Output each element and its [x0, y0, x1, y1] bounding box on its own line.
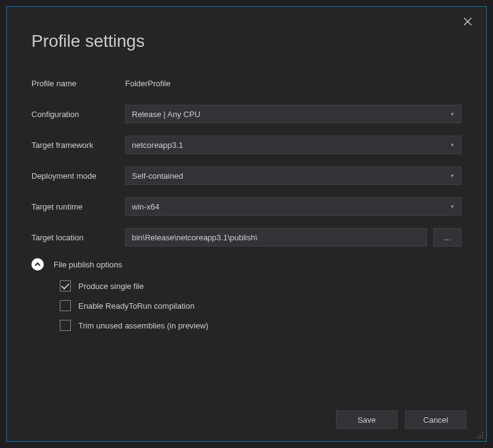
deployment-mode-label: Deployment mode	[31, 171, 125, 181]
target-runtime-select[interactable]: win-x64 ▼	[125, 197, 462, 216]
target-framework-value: netcoreapp3.1	[132, 141, 183, 150]
svg-point-7	[482, 437, 483, 438]
target-location-row: Target location ...	[31, 227, 462, 247]
target-location-label: Target location	[31, 233, 125, 242]
svg-point-4	[482, 434, 483, 436]
deployment-mode-row: Deployment mode Self-contained ▼	[31, 166, 462, 185]
trim-unused-label: Trim unused assemblies (in preview)	[78, 321, 208, 330]
target-runtime-value: win-x64	[132, 202, 160, 211]
checkbox-icon	[60, 280, 71, 291]
trim-unused-checkbox[interactable]: Trim unused assemblies (in preview)	[60, 320, 462, 331]
profile-settings-dialog: Profile settings Profile name FolderProf…	[6, 6, 487, 442]
dialog-title: Profile settings	[31, 31, 462, 51]
chevron-down-icon: ▼	[450, 173, 455, 178]
configuration-select[interactable]: Release | Any CPU ▼	[125, 105, 462, 123]
svg-point-6	[479, 437, 481, 438]
svg-point-2	[482, 432, 483, 433]
target-framework-label: Target framework	[31, 141, 125, 150]
file-publish-options-expander[interactable]: File publish options	[31, 258, 462, 271]
browse-button[interactable]: ...	[433, 228, 462, 246]
cancel-button[interactable]: Cancel	[405, 410, 467, 429]
checkbox-icon	[60, 320, 71, 331]
enable-readytorun-checkbox[interactable]: Enable ReadyToRun compilation	[60, 300, 462, 311]
chevron-down-icon: ▼	[450, 142, 455, 147]
produce-single-file-label: Produce single file	[78, 282, 144, 291]
profile-name-row: Profile name FolderProfile	[31, 73, 462, 93]
profile-name-value: FolderProfile	[125, 79, 171, 88]
file-publish-options-group: Produce single file Enable ReadyToRun co…	[31, 280, 462, 331]
chevron-down-icon: ▼	[450, 112, 455, 116]
checkbox-icon	[60, 300, 71, 311]
configuration-value: Release | Any CPU	[132, 110, 200, 119]
deployment-mode-select[interactable]: Self-contained ▼	[125, 166, 462, 185]
target-runtime-label: Target runtime	[31, 202, 125, 211]
close-icon	[463, 17, 472, 26]
target-framework-row: Target framework netcoreapp3.1 ▼	[31, 135, 462, 155]
chevron-down-icon: ▼	[450, 204, 455, 209]
enable-readytorun-label: Enable ReadyToRun compilation	[78, 301, 195, 311]
chevron-up-icon	[31, 258, 44, 271]
profile-name-label: Profile name	[31, 79, 125, 88]
target-location-input[interactable]	[125, 228, 427, 246]
save-button[interactable]: Save	[336, 410, 397, 429]
produce-single-file-checkbox[interactable]: Produce single file	[60, 280, 462, 291]
deployment-mode-value: Self-contained	[132, 171, 183, 181]
resize-grip-icon[interactable]	[475, 430, 484, 439]
target-framework-select[interactable]: netcoreapp3.1 ▼	[125, 136, 462, 154]
svg-point-5	[477, 437, 478, 438]
configuration-row: Configuration Release | Any CPU ▼	[31, 104, 462, 124]
configuration-label: Configuration	[31, 110, 125, 119]
target-runtime-row: Target runtime win-x64 ▼	[31, 197, 462, 216]
dialog-footer: Save Cancel	[336, 410, 467, 429]
svg-point-3	[479, 434, 481, 436]
expander-label: File publish options	[54, 260, 122, 269]
close-button[interactable]	[460, 14, 475, 29]
